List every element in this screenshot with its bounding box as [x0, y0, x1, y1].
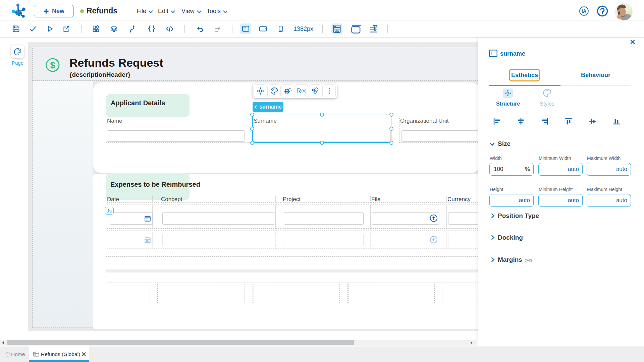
svg-text:$: $ — [50, 60, 55, 70]
svg-text:IA: IA — [582, 8, 586, 14]
